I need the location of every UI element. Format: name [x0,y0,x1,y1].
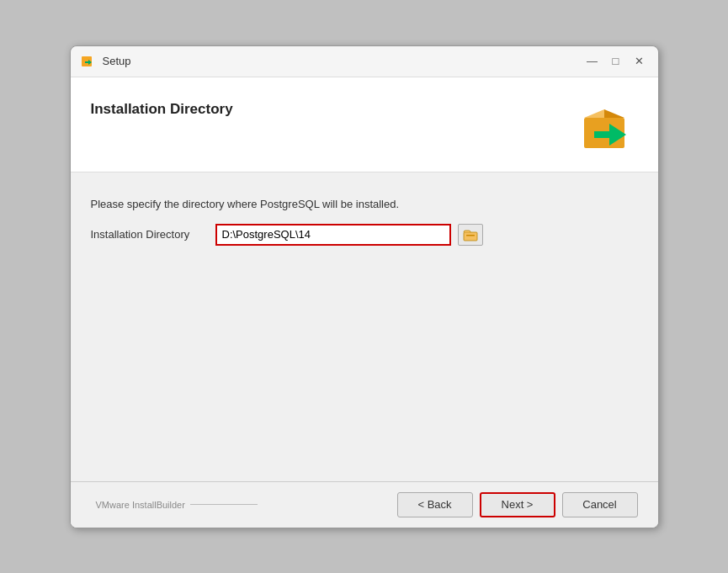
title-bar: Setup — □ ✕ [71,46,658,77]
svg-marker-5 [604,109,624,118]
svg-marker-4 [584,109,604,118]
header-section: Installation Directory [71,77,658,172]
browse-button[interactable] [458,224,483,246]
directory-label: Installation Directory [91,228,209,241]
svg-rect-8 [464,232,477,241]
next-button[interactable]: Next > [480,492,555,517]
minimize-button[interactable]: — [584,53,601,70]
brand-label: VMware InstallBuilder [91,500,258,510]
setup-icon [81,54,96,69]
footer-section: VMware InstallBuilder < Back Next > Canc… [71,481,658,528]
cancel-button[interactable]: Cancel [562,492,638,517]
svg-rect-2 [85,61,90,63]
setup-window: Setup — □ ✕ Installation Directory [70,45,659,528]
close-button[interactable]: ✕ [631,53,648,70]
maximize-button[interactable]: □ [608,53,624,70]
svg-rect-9 [466,235,475,236]
title-bar-left: Setup [81,54,131,69]
content-area: Installation Directory Please specify th… [71,77,658,481]
description-text: Please specify the directory where Postg… [91,198,638,210]
folder-icon [463,228,478,241]
main-section: Please specify the directory where Postg… [71,172,658,481]
window-title: Setup [103,55,131,67]
form-row: Installation Directory [91,224,638,246]
back-button[interactable]: < Back [397,492,473,517]
installer-logo [577,94,638,155]
footer-buttons: < Back Next > Cancel [397,492,638,517]
svg-rect-7 [594,131,611,138]
page-title: Installation Directory [91,101,233,118]
title-bar-controls: — □ ✕ [584,53,648,70]
directory-input[interactable] [215,224,451,246]
